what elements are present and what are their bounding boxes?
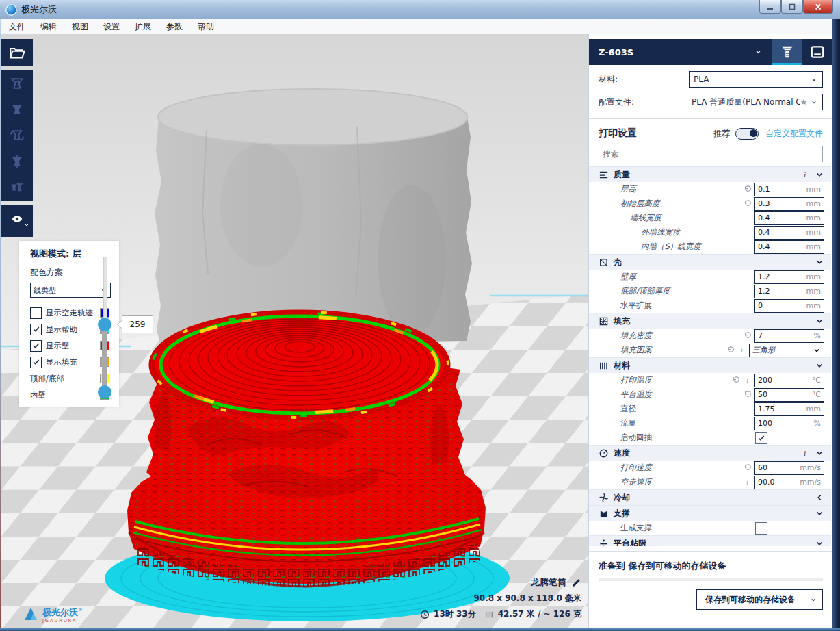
reset-setting-button[interactable]	[743, 199, 752, 208]
setting-value-input[interactable]	[755, 463, 800, 472]
print-time: 13时 33分	[434, 608, 476, 620]
menu-item-6[interactable]: 帮助	[190, 19, 222, 34]
per-model-settings-tool-button[interactable]	[1, 175, 33, 201]
setting-value-box[interactable]: mm	[754, 299, 824, 313]
save-to-removable-button[interactable]: 保存到可移动的存储设备	[696, 589, 823, 610]
svg-text:i: i	[746, 478, 748, 486]
section-header[interactable]: 质量i	[589, 166, 831, 182]
setting-value-input[interactable]	[755, 419, 800, 428]
menu-item-3[interactable]: 设置	[96, 19, 127, 34]
minimize-button[interactable]	[759, 0, 781, 14]
menu-item-5[interactable]: 参数	[159, 19, 190, 34]
reset-setting-button[interactable]	[743, 185, 752, 194]
section-header[interactable]: 冷却	[589, 489, 831, 505]
layer-visibility-checkbox[interactable]	[30, 324, 42, 335]
reset-setting-button[interactable]	[743, 390, 752, 399]
section-header[interactable]: 速度i	[589, 445, 831, 461]
setting-value-input[interactable]	[755, 214, 800, 222]
setting-checkbox[interactable]	[755, 432, 767, 444]
chevron-down-icon	[815, 448, 824, 458]
setting-value-box[interactable]: mm	[754, 211, 824, 225]
window-title: 极光尔沃	[21, 3, 57, 16]
setting-value-box[interactable]: %	[754, 417, 824, 430]
brand-mark-icon	[22, 605, 40, 623]
menu-item-4[interactable]: 扩展	[127, 19, 159, 34]
setting-value-input[interactable]	[755, 272, 800, 281]
setting-dropdown[interactable]: 三角形	[749, 344, 824, 357]
reset-setting-button[interactable]	[731, 376, 740, 385]
layer-visibility-checkbox[interactable]	[30, 357, 42, 368]
layer-slider-track-upper[interactable]	[103, 257, 107, 326]
viewport-3d[interactable]: 视图模式: 层 配色方案 线类型 显示空走轨迹显示帮助显示壁显示填充顶部/底部内…	[1, 34, 588, 628]
layer-visibility-checkbox[interactable]	[30, 307, 42, 319]
section-header[interactable]: 材料	[589, 357, 831, 373]
setting-value-input[interactable]	[755, 478, 800, 487]
setting-value-box[interactable]: mm	[754, 402, 824, 416]
layer-slider-handle-top[interactable]	[98, 318, 111, 331]
rotate-tool-button[interactable]	[1, 123, 33, 149]
menu-item-2[interactable]: 视图	[64, 19, 96, 34]
tab-slice-preview[interactable]	[772, 39, 802, 65]
reset-setting-button[interactable]	[743, 463, 752, 472]
tab-prepare[interactable]	[802, 39, 832, 65]
layer-slider-handle-bottom[interactable]	[98, 385, 111, 399]
reset-setting-button[interactable]	[726, 346, 735, 355]
custom-profile-link[interactable]: 自定义配置文件	[765, 128, 823, 140]
scale-tool-button[interactable]	[1, 96, 33, 123]
setting-value-input[interactable]	[755, 376, 800, 385]
setting-value-box[interactable]: mm	[754, 197, 824, 211]
setting-value-input[interactable]	[755, 331, 800, 340]
brand-logo: 极光尔沃® JGAURORA	[22, 605, 83, 623]
setting-value-input[interactable]	[755, 199, 800, 208]
setting-value-input[interactable]	[755, 228, 800, 237]
section-header[interactable]: 支撑	[589, 505, 831, 521]
rename-pencil-icon[interactable]	[571, 578, 581, 588]
menu-item-0[interactable]: 文件	[1, 19, 33, 34]
setting-value-input[interactable]	[755, 301, 800, 310]
reset-setting-button[interactable]	[743, 331, 752, 340]
setting-value-box[interactable]: mm	[754, 270, 824, 284]
profile-dropdown[interactable]: PLA 普通质量(PLA Normal Qua	[687, 94, 823, 110]
star-icon	[800, 98, 808, 106]
setting-value-box[interactable]: mm	[754, 240, 824, 254]
setting-value-input[interactable]	[755, 242, 800, 251]
setting-value-box[interactable]: mm/s	[754, 476, 824, 489]
model-sliced	[127, 312, 486, 587]
section-header[interactable]: 平台粘附	[589, 535, 831, 546]
slice-preview-icon	[780, 44, 795, 60]
layer-slider-track-range[interactable]	[102, 324, 107, 393]
setting-value-input[interactable]	[755, 390, 800, 399]
section-header[interactable]: 壳	[589, 254, 831, 270]
setting-value-box[interactable]: %	[754, 329, 824, 343]
save-options-chevron[interactable]	[804, 590, 822, 609]
recommended-custom-toggle[interactable]	[735, 128, 759, 140]
setting-value-box[interactable]: °C	[754, 388, 824, 402]
setting-value-box[interactable]: mm	[754, 285, 824, 298]
open-file-button[interactable]	[1, 39, 33, 66]
settings-search-input[interactable]	[599, 146, 822, 162]
setting-value-box[interactable]: mm	[754, 183, 824, 196]
setting-checkbox[interactable]	[755, 522, 767, 535]
chevron-down-icon	[815, 257, 824, 267]
setting-value-box[interactable]: °C	[754, 374, 824, 387]
menu-item-1[interactable]: 编辑	[33, 19, 64, 34]
mirror-tool-button[interactable]	[1, 149, 33, 175]
chevron-down-icon	[815, 316, 824, 326]
setting-value-input[interactable]	[755, 185, 800, 194]
setting-value-input[interactable]	[755, 404, 800, 413]
color-scheme-dropdown[interactable]: 线类型	[30, 283, 111, 298]
output-footer: 准备到 保存到可移动的存储设备 保存到可移动的存储设备	[589, 551, 832, 628]
chevron-down-icon	[809, 597, 817, 603]
machine-selector-bar[interactable]: Z-603S	[589, 39, 832, 65]
maximize-button[interactable]	[781, 0, 803, 14]
setting-value-box[interactable]: mm/s	[754, 461, 824, 475]
translate-tool-button[interactable]	[1, 70, 33, 96]
section-header[interactable]: 填充	[589, 313, 831, 329]
setting-value-box[interactable]: mm	[754, 226, 824, 240]
material-dropdown[interactable]: PLA	[689, 71, 823, 88]
check-icon	[32, 358, 40, 366]
setting-value-input[interactable]	[755, 287, 800, 296]
view-mode-button[interactable]	[1, 205, 33, 237]
close-button[interactable]	[803, 0, 833, 14]
layer-visibility-checkbox[interactable]	[30, 340, 42, 352]
